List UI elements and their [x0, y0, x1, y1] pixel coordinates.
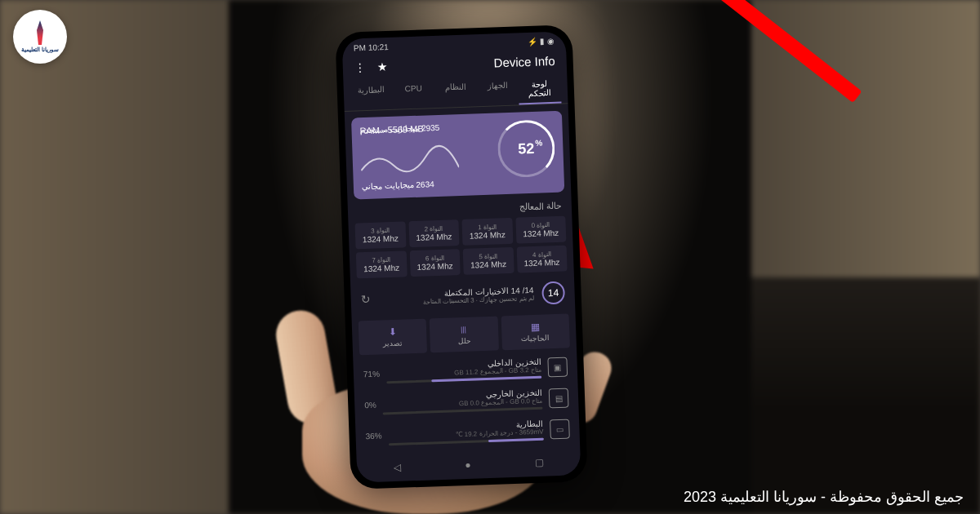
action-button[interactable]: ⫼حلل	[430, 317, 499, 353]
ram-free: 2634 ميجابايت مجاني	[362, 179, 434, 191]
pointer-arrow	[564, 90, 858, 302]
logo-badge: سوريانا التعليمية	[13, 10, 67, 64]
action-button[interactable]: ⬇تصدير	[359, 319, 428, 356]
storage-icon: ▤	[549, 388, 569, 409]
ram-wave-chart	[360, 143, 459, 179]
tests-badge: 14	[541, 281, 565, 305]
app-title: Device Info	[493, 54, 555, 70]
nav-home[interactable]: ●	[465, 459, 471, 471]
storage-row[interactable]: ▭ البطارية 3659mV - درجة الحرارة 19.2 ℃ …	[355, 413, 580, 452]
ram-percent: 52	[518, 140, 535, 157]
cpu-core[interactable]: النواة 21324 Mhz	[408, 219, 460, 247]
cpu-core[interactable]: النواة 51324 Mhz	[463, 247, 514, 275]
cpu-core[interactable]: النواة 71324 Mhz	[356, 250, 408, 278]
refresh-icon[interactable]: ↻	[360, 293, 371, 306]
action-icon: ⫼	[433, 323, 495, 337]
cpu-core[interactable]: النواة 31324 Mhz	[354, 221, 406, 249]
cpu-core[interactable]: النواة 11324 Mhz	[461, 218, 513, 246]
storage-percent: 0%	[364, 400, 376, 409]
cpu-grid: النواة 01324 Mhzالنواة 11324 Mhzالنواة 2…	[348, 212, 573, 282]
cpu-core-freq: 1324 Mhz	[466, 259, 510, 270]
status-time: 10:21 PM	[354, 42, 389, 52]
nav-back[interactable]: ◁	[394, 462, 401, 473]
storage-icon: ▭	[550, 419, 570, 440]
tab[interactable]: لوحة التحكم	[519, 74, 562, 105]
nav-recent[interactable]: ▢	[534, 457, 543, 468]
cpu-core-freq: 1324 Mhz	[359, 263, 403, 273]
cpu-core-freq: 1324 Mhz	[519, 228, 563, 239]
action-label: الحاجيات	[505, 334, 567, 344]
cpu-core-freq: 1324 Mhz	[466, 230, 510, 241]
tab[interactable]: البطارية	[350, 80, 393, 111]
action-icon: ▦	[505, 321, 567, 335]
cpu-core[interactable]: النواة 01324 Mhz	[515, 216, 567, 244]
logo-text: سوريانا التعليمية	[21, 47, 59, 53]
status-icons: ◉ ▮ ⚡	[528, 37, 555, 47]
phone-frame: ◉ ▮ ⚡ 10:21 PM Device Info ★ ⋮ لوحة التح…	[335, 24, 587, 490]
tab[interactable]: النظام	[434, 77, 478, 108]
storage-icon: ▣	[547, 357, 568, 378]
action-label: تصدير	[363, 339, 425, 349]
android-navbar: ▢ ● ◁	[357, 450, 581, 480]
ram-gauge: 52	[497, 119, 555, 178]
flame-icon	[32, 20, 48, 45]
phone-screen: ◉ ▮ ⚡ 10:21 PM Device Info ★ ⋮ لوحة التح…	[342, 31, 581, 482]
action-icon: ⬇	[362, 326, 424, 339]
footer-watermark: جميع الحقوق محفوظة - سوريانا التعليمية 2…	[684, 488, 964, 506]
star-icon[interactable]: ★	[377, 60, 389, 73]
cpu-core[interactable]: النواة 61324 Mhz	[409, 249, 461, 277]
menu-icon[interactable]: ⋮	[354, 60, 367, 73]
cpu-core[interactable]: النواة 41324 Mhz	[516, 246, 568, 273]
cpu-core-freq: 1324 Mhz	[412, 232, 456, 242]
cpu-core-freq: 1324 Mhz	[520, 258, 564, 268]
storage-percent: 71%	[363, 369, 380, 379]
tab[interactable]: الجهاز	[476, 75, 519, 106]
ram-card[interactable]: 52 RAM - 5569 MB 2935 ميجابايت مستخدم 26…	[351, 111, 564, 200]
tab[interactable]: CPU	[392, 78, 435, 109]
cpu-core-freq: 1324 Mhz	[413, 261, 457, 272]
cpu-core-freq: 1324 Mhz	[359, 234, 403, 245]
action-button[interactable]: ▦الحاجيات	[501, 313, 570, 350]
action-label: حلل	[434, 336, 496, 347]
storage-percent: 36%	[365, 431, 381, 441]
